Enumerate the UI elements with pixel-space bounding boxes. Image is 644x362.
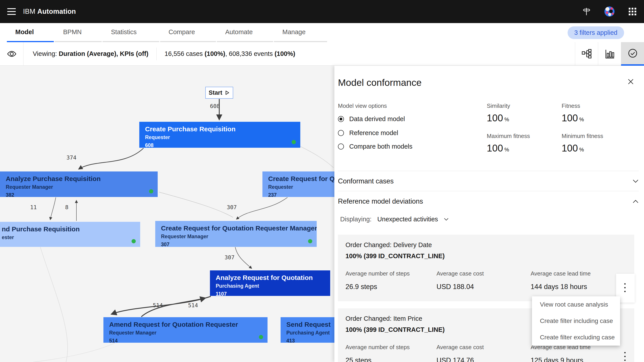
node-subtitle: Requester Manager — [109, 330, 268, 336]
process-tree-view-button[interactable] — [575, 42, 598, 66]
node-subtitle: Requester — [268, 184, 334, 190]
app-switcher-grid-icon[interactable] — [621, 0, 644, 23]
tab-compare[interactable]: Compare — [160, 23, 216, 42]
edge-label: 307 — [227, 204, 237, 211]
statistics-view-button[interactable] — [598, 42, 621, 66]
filters-applied-badge[interactable]: 3 filters applied — [568, 26, 624, 39]
menu-item-create-filter-including-case[interactable]: Create filter including case — [532, 313, 620, 329]
panel-divider — [338, 191, 639, 191]
process-node-send-request[interactable]: Send RequestPurchasing Agent413 — [280, 317, 334, 343]
node-subtitle: ester — [2, 235, 140, 240]
node-title: nd Purchase Requisition — [2, 225, 140, 233]
app-title: IBM Automation — [23, 8, 76, 16]
process-node-amend-request-for-quotation-requester[interactable]: Amend Request for Quotation RequesterReq… — [104, 317, 268, 343]
close-icon[interactable] — [624, 75, 637, 88]
deviation-subtitle: 100% (399 ID_CONTRACT_LINE) — [346, 252, 445, 260]
stat-average-steps: Average number of steps 26.9 steps — [346, 270, 410, 291]
chevron-down-icon — [632, 179, 639, 183]
chevron-up-icon — [632, 200, 639, 203]
tab-automate[interactable]: Automate — [217, 23, 273, 42]
user-avatar[interactable] — [598, 0, 621, 23]
edge-label: 514 — [153, 302, 163, 308]
conformance-dot — [149, 189, 153, 194]
model-view-options-label: Model view options — [338, 102, 387, 109]
node-title: Create Request for Q — [268, 175, 334, 183]
edge-label: 8 — [65, 204, 68, 211]
stat-average-cost: Average case cost USD 174.76 — [436, 344, 484, 362]
conformance-view-button[interactable] — [621, 42, 644, 66]
deviation-title: Order Changed: Delivery Date — [346, 241, 432, 249]
node-subtitle: Requester Manager — [161, 234, 317, 240]
conformance-dot — [132, 239, 136, 243]
radio-button-icon — [338, 116, 344, 122]
radio-data-derived-model[interactable]: Data derived model — [338, 115, 405, 123]
process-canvas[interactable]: Start Create Purchase RequisitionRequest… — [0, 66, 334, 362]
main-tabbar: Model BPMN Statistics Compare Automate M… — [0, 23, 644, 42]
start-label: Start — [208, 89, 222, 96]
tab-manage[interactable]: Manage — [274, 23, 327, 42]
process-node-analyze-request-for-quotation[interactable]: Analyze Request for QuotationPurchasing … — [210, 270, 330, 296]
menu-item-create-filter-excluding-case[interactable]: Create filter excluding case — [532, 329, 620, 345]
radio-button-icon — [338, 143, 344, 149]
node-title: Amend Request for Quotation Requester — [109, 321, 268, 328]
eye-icon[interactable] — [0, 42, 24, 66]
edge-label: 514 — [188, 302, 198, 308]
node-subtitle: Purchasing Agent — [286, 330, 334, 336]
metric-maximum-fitness: Maximum fitness 100% — [487, 133, 530, 154]
view-toolbar: Viewing: Duration (Average), KPIs (off) … — [0, 42, 644, 66]
metric-similarity: Similarity 100% — [487, 102, 510, 124]
menu-item-view-root-cause-analysis[interactable]: View root cause analysis — [532, 296, 620, 313]
edge-label: 11 — [30, 204, 37, 211]
node-title: Analyze Purchase Requisition — [6, 175, 158, 183]
stat-average-steps: Average number of steps 25 steps — [346, 344, 410, 362]
tab-model[interactable]: Model — [7, 23, 54, 42]
process-node-analyze-purchase-requisition[interactable]: Analyze Purchase RequisitionRequester Ma… — [0, 171, 158, 197]
tab-statistics[interactable]: Statistics — [102, 23, 159, 42]
displaying-dropdown[interactable]: Displaying: Unexpected activities — [340, 216, 449, 223]
process-node-create-request-for-quotation-requester-manager[interactable]: Create Request for Quotation Requester M… — [155, 221, 317, 247]
overflow-menu: View root cause analysis Create filter i… — [532, 296, 620, 345]
viewing-status: Viewing: Duration (Average), KPIs (off) — [33, 50, 148, 57]
metric-fitness: Fitness 100% — [562, 102, 584, 124]
radio-button-icon — [338, 130, 344, 136]
conformance-dot — [292, 140, 296, 144]
conformance-dot — [308, 239, 312, 243]
edge-label: 374 — [66, 154, 76, 161]
conformance-dot — [259, 335, 263, 339]
process-node-create-purchase-requisition[interactable]: Create Purchase RequisitionRequester608 — [139, 122, 300, 148]
hamburger-menu-icon[interactable] — [0, 0, 23, 23]
stat-average-lead-time: Average case lead time 125 days 9 hours — [530, 344, 591, 362]
node-count: 382 — [6, 192, 158, 197]
node-title: Analyze Request for Quotation — [216, 274, 330, 281]
node-count: 608 — [145, 142, 300, 148]
deviation-subtitle: 100% (399 ID_CONTRACT_LINE) — [346, 326, 445, 333]
stat-average-cost: Average case cost USD 188.04 — [436, 270, 484, 291]
node-count: 237 — [268, 192, 334, 197]
accordion-reference-model-deviations[interactable]: Reference model deviations — [338, 192, 639, 211]
overflow-menu-icon[interactable] — [619, 278, 631, 298]
panel-divider — [338, 171, 639, 171]
radio-reference-model[interactable]: Reference model — [338, 129, 398, 137]
node-count: 307 — [161, 242, 317, 247]
process-node-start[interactable]: Start — [205, 87, 233, 99]
signpost-icon[interactable] — [575, 0, 598, 23]
metric-minimum-fitness: Minimum fitness 100% — [562, 133, 603, 154]
node-title: Send Request — [286, 321, 334, 328]
node-count: 514 — [109, 338, 268, 343]
overflow-menu-icon[interactable] — [619, 346, 631, 362]
node-subtitle: Requester — [145, 134, 300, 140]
node-count: 1107 — [216, 291, 330, 296]
deviation-title: Order Changed: Item Price — [346, 315, 422, 322]
process-node-amend-purchase-requisition[interactable]: nd Purchase Requisitionester — [0, 222, 140, 247]
accordion-conformant-cases[interactable]: Conformant cases — [338, 172, 639, 191]
play-icon — [224, 90, 230, 95]
stat-average-lead-time: Average case lead time 144 days 18 hours — [530, 270, 591, 291]
tab-bpmn[interactable]: BPMN — [55, 23, 102, 42]
radio-compare-both-models[interactable]: Compare both models — [338, 143, 412, 150]
edge-label: 307 — [224, 254, 234, 261]
node-title: Create Request for Quotation Requester M… — [161, 225, 317, 232]
chevron-down-icon — [444, 218, 449, 221]
process-node-create-request-for-quotation[interactable]: Create Request for QRequester237 — [262, 171, 334, 197]
node-count: 413 — [286, 338, 334, 343]
node-title: Create Purchase Requisition — [145, 125, 300, 133]
